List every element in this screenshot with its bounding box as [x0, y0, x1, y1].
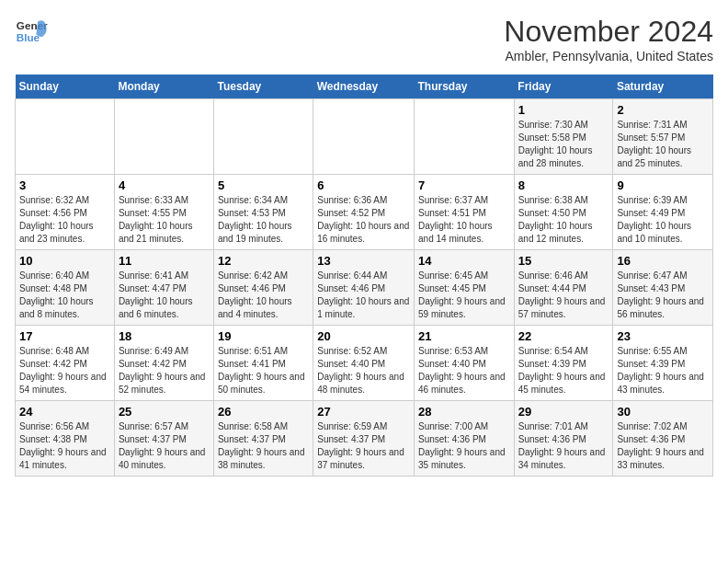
day-content: Sunrise: 6:39 AM Sunset: 4:49 PM Dayligh… [617, 194, 709, 246]
day-number: 3 [19, 178, 110, 192]
calendar-cell: 25Sunrise: 6:57 AM Sunset: 4:37 PM Dayli… [114, 401, 213, 477]
calendar-week-2: 3Sunrise: 6:32 AM Sunset: 4:56 PM Daylig… [16, 175, 713, 250]
weekday-header-thursday: Thursday [415, 75, 515, 99]
calendar-cell [313, 99, 415, 175]
calendar-week-4: 17Sunrise: 6:48 AM Sunset: 4:42 PM Dayli… [16, 326, 713, 401]
calendar-cell: 7Sunrise: 6:37 AM Sunset: 4:51 PM Daylig… [415, 175, 515, 250]
day-number: 18 [119, 329, 210, 343]
title-area: November 2024 Ambler, Pennsylvania, Unit… [504, 15, 713, 63]
day-content: Sunrise: 7:31 AM Sunset: 5:57 PM Dayligh… [617, 119, 709, 170]
calendar-cell: 29Sunrise: 7:01 AM Sunset: 4:36 PM Dayli… [514, 401, 613, 477]
calendar-cell: 26Sunrise: 6:58 AM Sunset: 4:37 PM Dayli… [213, 401, 313, 477]
day-number: 19 [218, 329, 309, 343]
calendar-cell: 10Sunrise: 6:40 AM Sunset: 4:48 PM Dayli… [16, 250, 115, 326]
day-content: Sunrise: 6:42 AM Sunset: 4:46 PM Dayligh… [218, 270, 309, 321]
weekday-header-wednesday: Wednesday [313, 75, 415, 99]
day-content: Sunrise: 6:38 AM Sunset: 4:50 PM Dayligh… [518, 194, 609, 246]
calendar-cell: 17Sunrise: 6:48 AM Sunset: 4:42 PM Dayli… [16, 326, 115, 401]
calendar-cell [16, 99, 115, 175]
calendar-cell: 27Sunrise: 6:59 AM Sunset: 4:37 PM Dayli… [313, 401, 415, 477]
day-number: 23 [617, 329, 709, 343]
month-title: November 2024 [504, 15, 713, 49]
calendar-cell: 2Sunrise: 7:31 AM Sunset: 5:57 PM Daylig… [613, 99, 713, 175]
calendar-cell: 11Sunrise: 6:41 AM Sunset: 4:47 PM Dayli… [114, 250, 213, 326]
day-number: 20 [317, 329, 410, 343]
day-content: Sunrise: 6:51 AM Sunset: 4:41 PM Dayligh… [218, 345, 309, 396]
day-number: 30 [617, 405, 709, 419]
calendar-header: SundayMondayTuesdayWednesdayThursdayFrid… [16, 75, 713, 99]
calendar-cell: 18Sunrise: 6:49 AM Sunset: 4:42 PM Dayli… [114, 326, 213, 401]
day-number: 2 [617, 103, 709, 117]
calendar-cell: 9Sunrise: 6:39 AM Sunset: 4:49 PM Daylig… [613, 175, 713, 250]
calendar-cell: 23Sunrise: 6:55 AM Sunset: 4:39 PM Dayli… [613, 326, 713, 401]
day-number: 4 [119, 178, 210, 192]
location-subtitle: Ambler, Pennsylvania, United States [504, 49, 713, 63]
day-number: 26 [218, 405, 309, 419]
day-number: 25 [119, 405, 210, 419]
day-content: Sunrise: 6:59 AM Sunset: 4:37 PM Dayligh… [317, 420, 410, 472]
day-content: Sunrise: 6:48 AM Sunset: 4:42 PM Dayligh… [19, 345, 110, 396]
calendar-cell [114, 99, 213, 175]
day-number: 24 [19, 405, 110, 419]
calendar-table: SundayMondayTuesdayWednesdayThursdayFrid… [15, 75, 713, 477]
page-header: General Blue November 2024 Ambler, Penns… [15, 15, 713, 63]
day-content: Sunrise: 6:47 AM Sunset: 4:43 PM Dayligh… [617, 270, 709, 321]
day-number: 17 [19, 329, 110, 343]
day-number: 29 [518, 405, 609, 419]
calendar-cell: 16Sunrise: 6:47 AM Sunset: 4:43 PM Dayli… [613, 250, 713, 326]
calendar-cell: 24Sunrise: 6:56 AM Sunset: 4:38 PM Dayli… [16, 401, 115, 477]
calendar-cell [415, 99, 515, 175]
calendar-cell: 30Sunrise: 7:02 AM Sunset: 4:36 PM Dayli… [613, 401, 713, 477]
day-number: 15 [518, 254, 609, 268]
calendar-cell: 8Sunrise: 6:38 AM Sunset: 4:50 PM Daylig… [514, 175, 613, 250]
day-content: Sunrise: 6:57 AM Sunset: 4:37 PM Dayligh… [119, 420, 210, 472]
day-content: Sunrise: 6:41 AM Sunset: 4:47 PM Dayligh… [119, 270, 210, 321]
day-number: 28 [418, 405, 510, 419]
calendar-cell [213, 99, 313, 175]
day-content: Sunrise: 6:34 AM Sunset: 4:53 PM Dayligh… [218, 194, 309, 246]
calendar-cell: 14Sunrise: 6:45 AM Sunset: 4:45 PM Dayli… [415, 250, 515, 326]
calendar-body: 1Sunrise: 7:30 AM Sunset: 5:58 PM Daylig… [16, 99, 713, 477]
day-number: 16 [617, 254, 709, 268]
day-content: Sunrise: 7:30 AM Sunset: 5:58 PM Dayligh… [518, 119, 609, 170]
day-content: Sunrise: 7:01 AM Sunset: 4:36 PM Dayligh… [518, 420, 609, 472]
day-content: Sunrise: 6:58 AM Sunset: 4:37 PM Dayligh… [218, 420, 309, 472]
calendar-cell: 1Sunrise: 7:30 AM Sunset: 5:58 PM Daylig… [514, 99, 613, 175]
day-number: 27 [317, 405, 410, 419]
calendar-cell: 4Sunrise: 6:33 AM Sunset: 4:55 PM Daylig… [114, 175, 213, 250]
calendar-cell: 21Sunrise: 6:53 AM Sunset: 4:40 PM Dayli… [415, 326, 515, 401]
calendar-week-5: 24Sunrise: 6:56 AM Sunset: 4:38 PM Dayli… [16, 401, 713, 477]
calendar-cell: 22Sunrise: 6:54 AM Sunset: 4:39 PM Dayli… [514, 326, 613, 401]
weekday-header-row: SundayMondayTuesdayWednesdayThursdayFrid… [16, 75, 713, 99]
calendar-cell: 3Sunrise: 6:32 AM Sunset: 4:56 PM Daylig… [16, 175, 115, 250]
weekday-header-saturday: Saturday [613, 75, 713, 99]
weekday-header-sunday: Sunday [16, 75, 115, 99]
day-content: Sunrise: 6:33 AM Sunset: 4:55 PM Dayligh… [119, 194, 210, 246]
calendar-cell: 15Sunrise: 6:46 AM Sunset: 4:44 PM Dayli… [514, 250, 613, 326]
day-number: 1 [518, 103, 609, 117]
logo: General Blue [15, 15, 48, 48]
day-number: 8 [518, 178, 609, 192]
calendar-cell: 28Sunrise: 7:00 AM Sunset: 4:36 PM Dayli… [415, 401, 515, 477]
day-content: Sunrise: 6:46 AM Sunset: 4:44 PM Dayligh… [518, 270, 609, 321]
calendar-cell: 13Sunrise: 6:44 AM Sunset: 4:46 PM Dayli… [313, 250, 415, 326]
day-number: 5 [218, 178, 309, 192]
day-content: Sunrise: 6:49 AM Sunset: 4:42 PM Dayligh… [119, 345, 210, 396]
calendar-cell: 19Sunrise: 6:51 AM Sunset: 4:41 PM Dayli… [213, 326, 313, 401]
day-number: 13 [317, 254, 410, 268]
day-number: 10 [19, 254, 110, 268]
day-content: Sunrise: 6:36 AM Sunset: 4:52 PM Dayligh… [317, 194, 410, 246]
day-number: 11 [119, 254, 210, 268]
day-number: 7 [418, 178, 510, 192]
calendar-cell: 20Sunrise: 6:52 AM Sunset: 4:40 PM Dayli… [313, 326, 415, 401]
calendar-week-3: 10Sunrise: 6:40 AM Sunset: 4:48 PM Dayli… [16, 250, 713, 326]
calendar-cell: 5Sunrise: 6:34 AM Sunset: 4:53 PM Daylig… [213, 175, 313, 250]
day-content: Sunrise: 6:45 AM Sunset: 4:45 PM Dayligh… [418, 270, 510, 321]
day-number: 22 [518, 329, 609, 343]
logo-icon: General Blue [15, 15, 48, 48]
day-content: Sunrise: 7:02 AM Sunset: 4:36 PM Dayligh… [617, 420, 709, 472]
day-content: Sunrise: 6:32 AM Sunset: 4:56 PM Dayligh… [19, 194, 110, 246]
day-number: 12 [218, 254, 309, 268]
day-number: 9 [617, 178, 709, 192]
weekday-header-tuesday: Tuesday [213, 75, 313, 99]
